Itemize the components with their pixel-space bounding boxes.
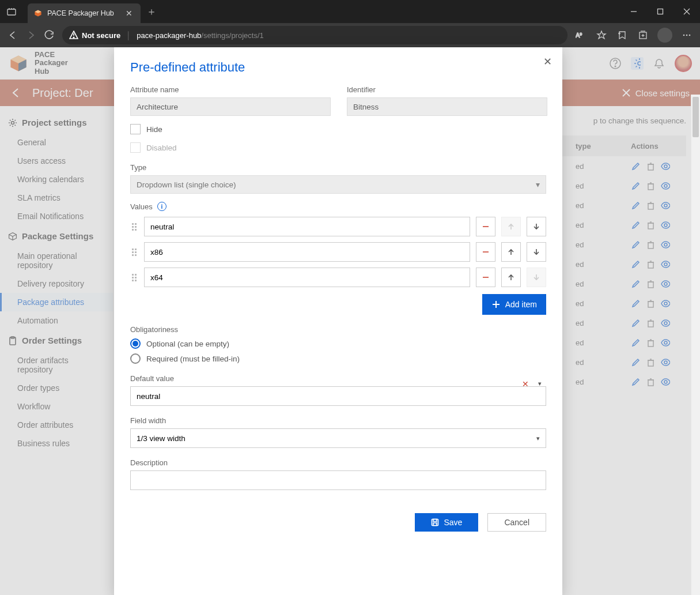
drag-handle-icon[interactable] xyxy=(130,223,138,231)
drag-handle-icon[interactable] xyxy=(130,274,138,281)
remove-value-icon[interactable] xyxy=(476,268,495,287)
window-maximize-icon[interactable] xyxy=(647,0,673,23)
hide-checkbox[interactable] xyxy=(130,124,141,134)
value-input[interactable] xyxy=(144,268,470,287)
chevron-down-icon: ▾ xyxy=(536,435,540,442)
move-down-icon xyxy=(527,268,546,287)
tab-close-icon[interactable]: ✕ xyxy=(126,9,133,18)
label-default-value: Default value xyxy=(130,374,546,383)
scrollbar[interactable] xyxy=(691,95,700,595)
nav-forward-icon xyxy=(25,29,37,41)
browser-more-icon[interactable] xyxy=(680,29,693,42)
disabled-checkbox-row: Disabled xyxy=(130,142,546,153)
move-down-icon[interactable] xyxy=(527,217,546,236)
svg-rect-0 xyxy=(7,9,16,15)
cancel-button[interactable]: Cancel xyxy=(487,513,546,532)
disabled-label: Disabled xyxy=(146,144,177,152)
new-tab-button[interactable]: ＋ xyxy=(146,5,157,18)
add-item-button[interactable]: Add item xyxy=(482,294,546,315)
value-row xyxy=(130,268,546,287)
remove-value-icon[interactable] xyxy=(476,242,495,262)
field-width-select[interactable]: 1/3 view width▾ xyxy=(130,428,546,448)
label-values: Values xyxy=(130,202,153,211)
move-up-icon[interactable] xyxy=(501,268,521,287)
nav-back-icon[interactable] xyxy=(7,29,18,41)
value-row xyxy=(130,242,546,262)
favicon-icon xyxy=(33,9,43,18)
svg-rect-90 xyxy=(433,519,437,522)
label-field-width: Field width xyxy=(130,416,546,425)
move-down-icon[interactable] xyxy=(527,242,546,262)
url-host: pace-packager-hub xyxy=(137,31,201,40)
favorites-bar-icon[interactable] xyxy=(616,29,629,42)
not-secure-badge: Not secure xyxy=(69,31,120,40)
disabled-checkbox xyxy=(130,142,141,153)
type-select: Dropdown list (single choice) ▾ xyxy=(130,175,546,194)
identifier-input xyxy=(347,97,547,116)
info-icon[interactable]: i xyxy=(157,202,167,211)
chevron-down-icon[interactable]: ▾ xyxy=(538,380,542,387)
tab-list-icon[interactable] xyxy=(0,0,23,23)
value-row xyxy=(130,217,546,236)
svg-point-22 xyxy=(686,35,688,36)
nav-refresh-icon[interactable] xyxy=(44,29,55,41)
tab-title: PACE Packager Hub xyxy=(47,9,114,17)
radio-icon[interactable] xyxy=(130,353,141,364)
remove-value-icon[interactable] xyxy=(476,217,495,236)
plus-icon xyxy=(491,300,501,309)
value-input[interactable] xyxy=(144,217,470,236)
collections-icon[interactable] xyxy=(637,29,649,42)
hide-label: Hide xyxy=(146,125,162,134)
url-path: /settings/projects/1 xyxy=(201,31,263,40)
modal-title: Pre-defined attribute xyxy=(130,60,546,75)
window-close-icon[interactable] xyxy=(673,0,700,23)
modal-close-icon[interactable]: ✕ xyxy=(543,55,552,68)
browser-tab[interactable]: PACE Packager Hub ✕ xyxy=(28,3,141,23)
label-obligatoriness: Obligatoriness xyxy=(130,325,546,334)
attribute-modal: ✕ Pre-defined attribute Attribute name I… xyxy=(114,47,562,595)
read-aloud-icon[interactable]: A⁹ xyxy=(574,29,587,42)
svg-point-21 xyxy=(683,35,685,36)
value-input[interactable] xyxy=(144,242,470,262)
move-up-icon xyxy=(501,217,521,236)
svg-point-23 xyxy=(689,35,691,36)
svg-point-12 xyxy=(73,37,74,38)
svg-text:A⁹: A⁹ xyxy=(576,32,582,39)
svg-rect-7 xyxy=(658,9,663,14)
label-identifier: Identifier xyxy=(347,85,547,94)
label-attr-name: Attribute name xyxy=(130,85,331,94)
radio-required[interactable]: Required (must be filled-in) xyxy=(130,353,546,364)
label-description: Description xyxy=(130,458,546,467)
radio-icon[interactable] xyxy=(130,338,141,349)
svg-rect-89 xyxy=(432,519,438,526)
favorite-icon[interactable] xyxy=(595,29,608,42)
svg-rect-91 xyxy=(433,523,437,526)
label-type: Type xyxy=(130,163,546,172)
scrollbar-thumb[interactable] xyxy=(693,97,699,137)
description-input[interactable] xyxy=(130,470,546,490)
address-bar[interactable]: Not secure │ pace-packager-hub/settings/… xyxy=(62,26,567,44)
save-icon xyxy=(431,518,439,526)
drag-handle-icon[interactable] xyxy=(130,248,138,256)
window-minimize-icon[interactable] xyxy=(620,0,647,23)
chevron-down-icon: ▾ xyxy=(536,180,540,189)
move-up-icon[interactable] xyxy=(501,242,521,262)
radio-optional[interactable]: Optional (can be empty) xyxy=(130,338,546,349)
clear-default-icon[interactable]: ✕ xyxy=(522,379,529,389)
save-button[interactable]: Save xyxy=(415,513,478,532)
hide-checkbox-row[interactable]: Hide xyxy=(130,124,546,134)
default-value-select[interactable] xyxy=(130,386,546,406)
attr-name-input xyxy=(130,97,331,116)
svg-marker-14 xyxy=(597,31,606,39)
profile-avatar-icon[interactable] xyxy=(657,28,672,43)
